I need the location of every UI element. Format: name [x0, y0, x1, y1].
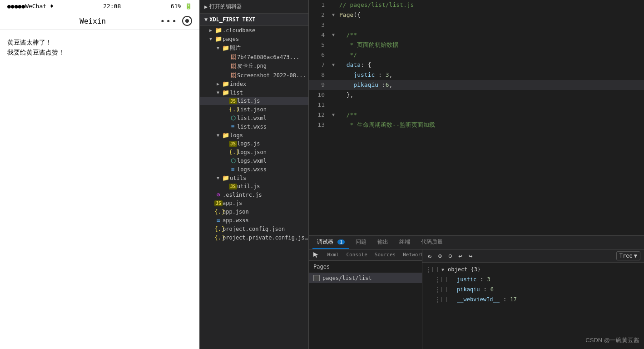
tree-item-logs-wxss[interactable]: ≡ logs.wxss: [200, 165, 308, 174]
tree-root-row[interactable]: ▼ object {3}: [422, 264, 644, 274]
tree-key: pikaqiu: [457, 286, 480, 293]
fold-arrow[interactable]: ▼: [329, 60, 337, 70]
tree-row-webviewid[interactable]: __webviewId__ : 17: [422, 294, 644, 304]
code-line-4: 4 ▼ /**: [309, 30, 644, 40]
phone-text-line1: 黄豆酱太棒了！: [7, 37, 192, 47]
tree-row-justic[interactable]: justic : 3: [422, 274, 644, 284]
tab-terminal[interactable]: 终端: [395, 236, 415, 249]
tree-item-logs-folder[interactable]: ▼ 📁 logs: [200, 131, 308, 140]
expand-icon[interactable]: ▼: [440, 266, 446, 273]
sub-tab-sources[interactable]: Sources: [371, 250, 399, 260]
tree-label: project.private.config.js...: [223, 234, 308, 241]
tree-item-logs-json[interactable]: {.} logs.json: [200, 148, 308, 156]
sub-tab-console[interactable]: Console: [343, 250, 371, 260]
fold-arrow[interactable]: ▼: [329, 10, 337, 20]
tree-item-img1[interactable]: 🖼 7b47e8086ac6a473...: [200, 53, 308, 61]
code-editor[interactable]: 1 // pages/list/list.js 2 ▼ Page({ 3 4 ▼…: [309, 0, 644, 235]
tree-label: project.config.json: [223, 226, 308, 232]
code-line-7: 7 ▼ data: {: [309, 60, 644, 70]
code-line-6: 6 */: [309, 50, 644, 60]
grip-icon: [435, 286, 440, 293]
code-content: /**: [337, 110, 644, 120]
phone-title-bar: Weixin •••: [0, 12, 199, 30]
tree-label: 照片: [230, 44, 308, 52]
tree-item-project-config[interactable]: {.} project.config.json: [200, 224, 308, 233]
line-number: 4: [309, 30, 329, 40]
tab-debugger[interactable]: 调试器 1: [312, 236, 349, 249]
tree-item-list-wxss[interactable]: ≡ list.wxss: [200, 122, 308, 131]
grip-icon: [435, 296, 440, 303]
code-content: },: [337, 90, 644, 100]
undo-btn[interactable]: ↩: [456, 251, 464, 260]
tree-item-eslintrc[interactable]: ⊙ .eslintrc.js: [200, 190, 308, 199]
tree-item-pages[interactable]: ▼ 📁 pages: [200, 35, 308, 43]
fold-arrow[interactable]: ▼: [329, 30, 337, 40]
sub-tab-wxml[interactable]: [309, 249, 323, 260]
sub-tab-network[interactable]: Network: [399, 250, 422, 260]
open-editors-header[interactable]: ▶ 打开的编辑器: [200, 0, 308, 14]
tree-item-logs-wxml[interactable]: ⬡ logs.wxml: [200, 156, 308, 165]
tree-label: logs.json: [237, 149, 308, 155]
tree-item-list-wxml[interactable]: ⬡ list.wxml: [200, 114, 308, 122]
tree-item-utils[interactable]: ▼ 📁 utils: [200, 174, 308, 182]
phone-time: 22:08: [103, 3, 121, 10]
code-panel: 1 // pages/list/list.js 2 ▼ Page({ 3 4 ▼…: [309, 0, 644, 349]
line-number: 9: [309, 80, 329, 90]
tree-item-cloudbase[interactable]: ▶ 📁 .cloudbase: [200, 26, 308, 35]
tree-item-app-wxss[interactable]: ≡ app.wxss: [200, 216, 308, 224]
collapse-btn[interactable]: ⊖: [446, 251, 454, 260]
refresh-btn[interactable]: ↻: [426, 251, 433, 260]
tree-label: logs.js: [237, 140, 308, 147]
image-icon: 🖼: [229, 63, 237, 70]
folder-icon: 📁: [222, 174, 230, 181]
tab-code-quality[interactable]: 代码质量: [416, 236, 447, 249]
tree-value[interactable]: 17: [510, 296, 516, 303]
debug-panel: 调试器 1 问题 输出 终端 代码质量 Wxml Console Sources…: [309, 235, 644, 349]
tree-item-photos[interactable]: ▼ 📁 照片: [200, 43, 308, 53]
phone-record-icon[interactable]: [182, 16, 192, 26]
tree-item-logs-js[interactable]: JS logs.js: [200, 140, 308, 148]
expand-icon: [449, 296, 455, 303]
tree-item-project-private[interactable]: {.} project.private.config.js...: [200, 233, 308, 242]
code-line-10: 10 },: [309, 90, 644, 100]
folder-icon: 📁: [222, 89, 230, 96]
colon: :: [484, 286, 487, 293]
redo-btn[interactable]: ↪: [467, 251, 474, 260]
watermark: CSDN @一碗黄豆酱: [585, 336, 639, 344]
tab-output[interactable]: 输出: [373, 236, 393, 249]
colon: :: [480, 276, 483, 283]
tree-label: list.js: [237, 98, 308, 104]
tree-label: index: [230, 81, 308, 87]
expand-btn[interactable]: ⊕: [436, 251, 443, 260]
pages-list-item[interactable]: pages/list/list: [309, 273, 422, 283]
tree-item-list-js[interactable]: JS list.js: [200, 97, 308, 105]
tree-item-list-json[interactable]: {.} list.json: [200, 105, 308, 114]
tree-item-app-json[interactable]: {.} app.json: [200, 207, 308, 216]
colon: :: [503, 296, 506, 303]
sub-tab-wxml-label[interactable]: Wxml: [323, 250, 343, 260]
tab-problems[interactable]: 问题: [351, 236, 371, 249]
tree-dropdown[interactable]: Tree ▼: [616, 251, 640, 260]
tree-item-list-folder[interactable]: ▼ 📁 list: [200, 88, 308, 97]
tree-item-img2[interactable]: 🖼 皮卡丘.png: [200, 61, 308, 71]
fold-arrow[interactable]: ▼: [329, 110, 337, 120]
tree-value[interactable]: 6: [490, 286, 494, 293]
tree-item-app-js[interactable]: JS app.js: [200, 199, 308, 207]
code-content: data: {: [337, 60, 644, 70]
tree-item-index[interactable]: ▶ 📁 index: [200, 80, 308, 88]
tree-value[interactable]: 3: [487, 276, 490, 283]
tree-item-img3[interactable]: 🖼 Screenshot 2022-08...: [200, 71, 308, 80]
debug-left-panel: Wxml Console Sources Network Performance…: [309, 249, 422, 349]
tree-label: logs: [230, 132, 308, 139]
json-icon: {.}: [214, 234, 223, 241]
wxss-icon: ≡: [229, 166, 237, 173]
code-line-2: 2 ▼ Page({: [309, 10, 644, 20]
square-icon: [441, 287, 447, 292]
tree-row-pikaqiu[interactable]: pikaqiu : 6: [422, 284, 644, 294]
folder-icon: 📁: [214, 35, 223, 42]
tree-label: app.json: [223, 209, 308, 215]
phone-more-icon[interactable]: •••: [160, 16, 178, 26]
tree-item-util-js[interactable]: JS util.js: [200, 182, 308, 190]
phone-content: 黄豆酱太棒了！ 我要给黄豆酱点赞！: [0, 30, 199, 349]
project-root-header[interactable]: ▼ XDL_FIRST TEXT: [200, 14, 308, 26]
